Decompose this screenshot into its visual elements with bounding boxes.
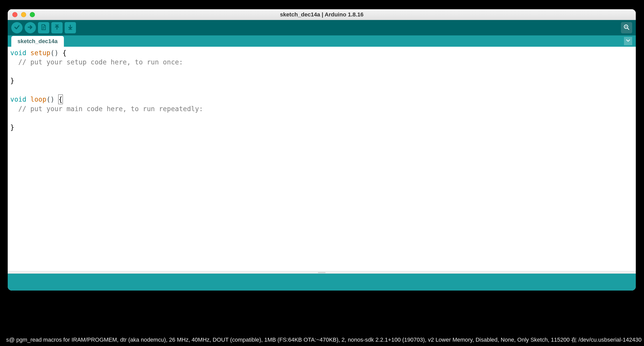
identifier: setup (30, 49, 50, 57)
window-title: sketch_dec14a | Arduino 1.8.16 (8, 11, 636, 18)
upload-button[interactable] (25, 22, 36, 33)
window-controls (12, 9, 35, 20)
check-icon (14, 24, 20, 31)
editor-console-splitter[interactable] (8, 271, 636, 274)
arrow-right-icon (27, 24, 33, 31)
parentheses: () (46, 95, 54, 103)
magnifier-icon (623, 24, 630, 32)
comment: // put your main code here, to run repea… (10, 105, 203, 113)
arrow-down-icon (67, 24, 73, 31)
parentheses: () (51, 49, 58, 57)
svg-point-3 (626, 26, 627, 27)
tab-menu-button[interactable] (624, 37, 632, 45)
status-bar: s@ pgm_read macros for IRAM/PROGMEM, dtr… (0, 334, 644, 346)
close-window-button[interactable] (12, 12, 17, 17)
svg-rect-1 (69, 29, 72, 30)
save-sketch-button[interactable] (65, 22, 76, 33)
keyword: void (10, 95, 26, 103)
open-sketch-button[interactable] (51, 22, 63, 33)
arduino-window: sketch_dec14a | Arduino 1.8.16 (8, 9, 636, 291)
svg-rect-0 (55, 25, 59, 25)
titlebar: sketch_dec14a | Arduino 1.8.16 (8, 9, 636, 20)
chevron-down-icon (626, 38, 630, 44)
serial-monitor-button[interactable] (621, 22, 632, 33)
zoom-window-button[interactable] (30, 12, 35, 17)
minimize-window-button[interactable] (21, 12, 26, 17)
keyword: void (10, 49, 26, 57)
tab-sketch[interactable]: sketch_dec14a (11, 36, 64, 47)
identifier: loop (30, 95, 46, 103)
cursor-highlight: { (58, 94, 63, 104)
comment: // put your setup code here, to run once… (10, 58, 183, 66)
desktop: sketch_dec14a | Arduino 1.8.16 (0, 0, 644, 346)
brace: } (10, 77, 14, 84)
console (8, 274, 636, 291)
brace: { (58, 49, 66, 57)
status-text: s@ pgm_read macros for IRAM/PROGMEM, dtr… (6, 336, 641, 344)
brace: } (10, 123, 14, 131)
new-sketch-button[interactable] (38, 22, 49, 33)
file-icon (41, 24, 47, 31)
verify-button[interactable] (11, 22, 23, 33)
tab-strip: sketch_dec14a (8, 35, 636, 47)
arrow-up-icon (54, 24, 60, 31)
toolbar (8, 20, 636, 35)
code-editor[interactable]: void setup() { // put your setup code he… (8, 47, 636, 271)
